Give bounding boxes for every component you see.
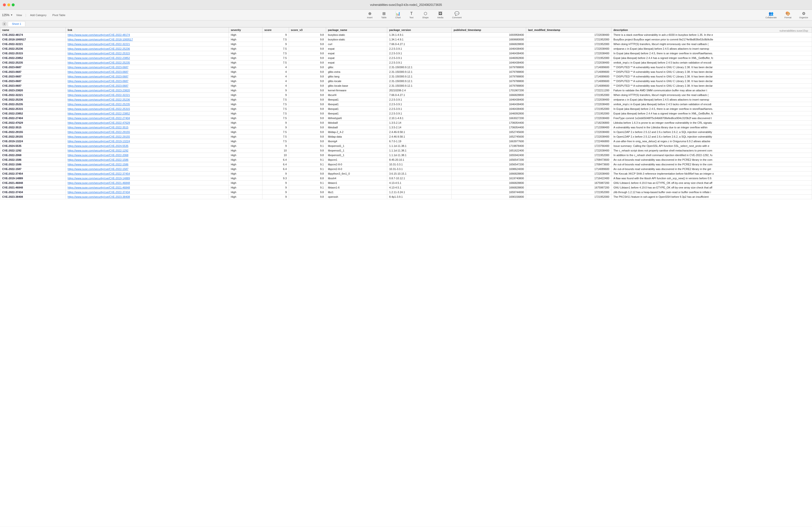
zoom-control[interactable]: 125% ▼	[2, 13, 13, 17]
table-cell: 2.31-150300.9.12.1	[387, 79, 451, 84]
text-button[interactable]: T Text	[407, 11, 416, 20]
table-cell: CVE-2022-25236	[0, 97, 66, 102]
chart-button[interactable]: 📊 Chart	[393, 10, 403, 20]
table-row[interactable]: CVE-2022-37434https://www.suse.com/secur…	[0, 190, 812, 195]
table-row[interactable]: CVE-2022-48174https://www.suse.com/secur…	[0, 33, 812, 37]
table-row[interactable]: CVE-2022-29155https://www.suse.com/secur…	[0, 130, 812, 134]
table-cell: An out-of-bounds read vulnerability was …	[611, 162, 812, 167]
table-row[interactable]: CVE-2022-27404https://www.suse.com/secur…	[0, 116, 812, 121]
table-row[interactable]: CVE-2018-1000517https://www.suse.com/sec…	[0, 37, 812, 42]
pivot-table-button[interactable]: Pivot Table	[50, 13, 68, 17]
table-row[interactable]: CVE-2023-0687https://www.suse.com/securi…	[0, 84, 812, 88]
table-cell: High	[229, 148, 262, 153]
table-row[interactable]: CVE-2022-3515https://www.suse.com/securi…	[0, 125, 812, 130]
format-icon: 🎨	[785, 11, 790, 16]
table-row[interactable]: CVE-2019-13224https://www.suse.com/secur…	[0, 139, 812, 144]
table-row[interactable]: CVE-2022-37454https://www.suse.com/secur…	[0, 171, 812, 176]
table-cell: 9.8	[289, 97, 326, 102]
table-row[interactable]: CVE-2022-47629https://www.suse.com/secur…	[0, 121, 812, 125]
table-row[interactable]: CVE-2022-23852https://www.suse.com/secur…	[0, 56, 812, 60]
table-row[interactable]: CVE-2022-32221https://www.suse.com/secur…	[0, 93, 812, 97]
table-cell: Issue summary: Calling the OpenSSL API f…	[611, 144, 812, 148]
toolbar-center: ⊕ Insert ⊞ Table 📊 Chart T Text ⬡ Shape …	[68, 10, 760, 20]
minimize-button[interactable]	[7, 3, 10, 6]
table-cell: High	[229, 167, 262, 171]
table-cell: ** DISPUTED ** A vulnerability was found…	[611, 65, 812, 70]
table-cell: https://www.suse.com/security/cve/CVE-20…	[66, 134, 229, 139]
table-cell: libldap-2_4-2	[326, 130, 387, 134]
table-row[interactable]: CVE-2022-1292https://www.suse.com/securi…	[0, 148, 812, 153]
table-row[interactable]: CVE-2022-25315https://www.suse.com/secur…	[0, 51, 812, 56]
table-cell: 1.1.1d-11.38.1	[387, 148, 451, 153]
table-cell: 4.13-4.5.1	[387, 185, 451, 190]
table-cell: The PKCS#11 feature in ssh-agent in Open…	[611, 195, 812, 199]
col-header-package-version: package_version	[387, 28, 451, 33]
spreadsheet-area[interactable]: vulnerabilities-suse15sp name link sever…	[0, 27, 812, 527]
close-button[interactable]	[3, 3, 6, 6]
table-row[interactable]: CVE-2021-46848https://www.suse.com/secur…	[0, 185, 812, 190]
table-row[interactable]: CVE-2022-32221https://www.suse.com/secur…	[0, 42, 812, 46]
table-cell: 7.5	[262, 56, 289, 60]
table-row[interactable]: CVE-2024-5535https://www.suse.com/securi…	[0, 144, 812, 148]
table-row[interactable]: CVE-2022-1586https://www.suse.com/securi…	[0, 157, 812, 162]
comment-icon: 💬	[454, 11, 459, 16]
shape-button[interactable]: ⬡ Shape	[420, 10, 431, 20]
table-row[interactable]: CVE-2022-25235https://www.suse.com/secur…	[0, 102, 812, 107]
table-cell: 1679788800	[452, 70, 526, 74]
add-category-button[interactable]: Add Category	[28, 13, 48, 17]
table-cell: CVE-2023-23820	[0, 88, 66, 93]
table-row[interactable]: CVE-2019-14889https://www.suse.com/secur…	[0, 176, 812, 181]
table-cell: 0.8.7-10.12.1	[387, 176, 451, 181]
table-cell: 1706054400	[452, 125, 526, 130]
media-button[interactable]: 🖼 Media	[435, 11, 446, 20]
table-row[interactable]: CVE-2023-38408https://www.suse.com/secur…	[0, 195, 812, 199]
table-row[interactable]: CVE-2022-1587https://www.suse.com/securi…	[0, 167, 812, 171]
table-cell: 7.5	[262, 111, 289, 116]
table-cell: 1721952000	[526, 37, 611, 42]
comment-button[interactable]: 💬 Comment	[450, 10, 464, 20]
table-cell: CVE-2023-38408	[0, 195, 66, 199]
table-row[interactable]: CVE-2022-25235https://www.suse.com/secur…	[0, 60, 812, 65]
table-button[interactable]: ⊞ Table	[379, 10, 389, 20]
table-cell: High	[229, 51, 262, 56]
table-row[interactable]: CVE-2022-1586https://www.suse.com/securi…	[0, 162, 812, 167]
table-cell: CVE-2023-0687	[0, 70, 66, 74]
table-row[interactable]: CVE-2023-0687https://www.suse.com/securi…	[0, 74, 812, 79]
table-cell: 1656547200	[452, 162, 526, 167]
sheet-tab-1[interactable]: Sheet 1	[8, 21, 25, 26]
table-row[interactable]: CVE-2023-0687https://www.suse.com/securi…	[0, 70, 812, 74]
insert-button[interactable]: ⊕ Insert	[365, 10, 375, 20]
table-row[interactable]: CVE-2022-25236https://www.suse.com/secur…	[0, 97, 812, 102]
table-cell: 2.2.5-3.9.1	[387, 107, 451, 111]
table-cell: https://www.suse.com/security/cve/CVE-20…	[66, 60, 229, 65]
table-cell: 10.31-3.3.1	[387, 167, 451, 171]
view-button[interactable]: View	[15, 13, 24, 17]
table-cell: FreeType commit 1e2eb65048f75c64b68708ef…	[611, 116, 812, 121]
table-row[interactable]: CVE-2022-2068https://www.suse.com/securi…	[0, 153, 812, 157]
table-cell: 2.2.5-3.9.1	[387, 51, 451, 56]
table-cell: 4	[262, 65, 289, 70]
table-cell: https://www.suse.com/security/cve/CVE-20…	[66, 185, 229, 190]
table-row[interactable]: CVE-2022-29155https://www.suse.com/secur…	[0, 134, 812, 139]
table-row[interactable]: CVE-2023-0687https://www.suse.com/securi…	[0, 79, 812, 84]
table-row[interactable]: CVE-2022-23852https://www.suse.com/secur…	[0, 111, 812, 116]
table-cell: In OpenLDAP 2.x before 2.5.12 and 2.6.x …	[611, 134, 812, 139]
table-cell: 4	[262, 84, 289, 88]
col-header-published: published_timestamp	[452, 28, 526, 33]
table-cell: libexpat1	[326, 107, 387, 111]
collaborate-button[interactable]: 👥 Collaborate	[764, 10, 779, 20]
table-row[interactable]: CVE-2023-0687https://www.suse.com/securi…	[0, 65, 812, 70]
format-button[interactable]: 🎨 Format	[783, 10, 794, 20]
zoom-dropdown-icon[interactable]: ▼	[11, 14, 13, 16]
maximize-button[interactable]	[12, 3, 15, 6]
table-row[interactable]: CVE-2023-23820https://www.suse.com/secur…	[0, 88, 812, 93]
add-sheet-button[interactable]: +	[2, 21, 7, 26]
table-row[interactable]: CVE-2022-25236https://www.suse.com/secur…	[0, 46, 812, 51]
table-body: CVE-2022-48174https://www.suse.com/secur…	[0, 33, 812, 199]
table-row[interactable]: CVE-2021-46848https://www.suse.com/secur…	[0, 181, 812, 185]
table-cell: 9.1	[289, 157, 326, 162]
table-cell: 9.8	[289, 139, 326, 144]
organize-button[interactable]: ⚙ Organize	[797, 10, 810, 20]
table-cell: 1714089600	[526, 65, 611, 70]
table-row[interactable]: CVE-2022-25315https://www.suse.com/secur…	[0, 107, 812, 111]
